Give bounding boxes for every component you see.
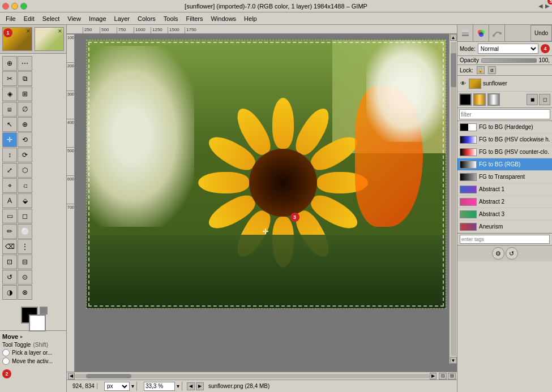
scroll-right-btn[interactable]: ▶ bbox=[430, 373, 437, 380]
zoom-tool-btn[interactable]: ↖ bbox=[2, 117, 17, 132]
move-active-radio[interactable] bbox=[2, 357, 10, 365]
sunflower-thumbnail[interactable]: 1 ✕ bbox=[2, 27, 32, 51]
panel-refresh-btn[interactable]: ↺ bbox=[506, 247, 518, 260]
canvas-nav-btns[interactable]: ⊡ ⊟ bbox=[439, 373, 456, 380]
menu-tools[interactable]: Tools bbox=[160, 14, 182, 23]
rotate-tool-btn[interactable]: ⟳ bbox=[18, 148, 32, 162]
ellipse-select-tool-btn[interactable]: ⋯ bbox=[18, 56, 32, 71]
desaturate-tool-btn[interactable]: ⊗ bbox=[18, 285, 32, 300]
scrollbar-horizontal[interactable]: ◀ ▶ ⊡ ⊟ bbox=[67, 372, 457, 380]
menu-colors[interactable]: Colors bbox=[134, 14, 159, 23]
paths-tool-btn[interactable]: ∅ bbox=[18, 102, 32, 117]
close-button[interactable] bbox=[2, 3, 9, 10]
layers-tab-btn[interactable] bbox=[457, 25, 473, 41]
menu-edit[interactable]: Edit bbox=[20, 14, 38, 23]
blend-tool-btn[interactable]: ◻ bbox=[18, 209, 32, 223]
gradient-fgtobg-hsv-cw[interactable]: FG to BG (HSV clockwise h... bbox=[457, 133, 552, 146]
nav-arrows[interactable]: ◀ ▶ bbox=[187, 382, 204, 390]
menu-layer[interactable]: Layer bbox=[111, 14, 134, 23]
unit-select[interactable]: px bbox=[104, 382, 130, 391]
align-tool-btn[interactable]: ⟲ bbox=[18, 132, 32, 147]
white-flowers-thumbnail[interactable]: ✕ bbox=[35, 27, 65, 51]
measure-tool-btn[interactable]: ⊕ bbox=[18, 117, 32, 132]
prev-nav-btn[interactable]: ◀ bbox=[187, 382, 195, 390]
scroll-h-track[interactable] bbox=[75, 374, 430, 378]
foreground-select-tool-btn[interactable]: ⧆ bbox=[2, 102, 17, 117]
lock-pixels-btn[interactable]: 🔒 bbox=[477, 66, 485, 74]
canvas-zoom-fit-btn[interactable]: ⊟ bbox=[448, 373, 456, 380]
opacity-slider[interactable] bbox=[481, 58, 537, 63]
scroll-up-btn[interactable]: ▲ bbox=[450, 34, 457, 41]
fuzzy-select-tool-btn[interactable]: ⧉ bbox=[18, 71, 32, 86]
paths-tab-btn[interactable] bbox=[489, 25, 505, 41]
menu-select[interactable]: Select bbox=[39, 14, 63, 23]
ink-tool-btn[interactable]: ⊡ bbox=[2, 255, 17, 269]
background-color[interactable] bbox=[29, 315, 46, 331]
scrollbar-vertical[interactable]: ▲ ▼ bbox=[449, 34, 457, 364]
blend-mode-select[interactable]: Normal Multiply Screen Overlay bbox=[478, 44, 538, 54]
tags-input[interactable] bbox=[460, 235, 550, 244]
gradient-filter-input[interactable] bbox=[459, 109, 550, 119]
scale-tool-btn[interactable]: ⤢ bbox=[2, 163, 17, 178]
gradient-golden-swatch[interactable] bbox=[473, 93, 486, 106]
menu-view[interactable]: View bbox=[64, 14, 84, 23]
maximize-button[interactable] bbox=[20, 3, 27, 10]
flip-tool-btn[interactable]: ⟤ bbox=[18, 178, 32, 193]
scissors-select-tool-btn[interactable]: ⊞ bbox=[18, 87, 32, 101]
rectangle-select-tool-btn[interactable]: ⊕ bbox=[2, 56, 17, 71]
menu-help[interactable]: Help bbox=[241, 14, 260, 23]
eraser-tool-btn[interactable]: ⌫ bbox=[2, 239, 17, 254]
channels-tab-btn[interactable] bbox=[473, 25, 489, 41]
menu-filters[interactable]: Filters bbox=[183, 14, 207, 23]
clone-tool-btn[interactable]: ↺ bbox=[2, 270, 17, 285]
gradient-aneurism[interactable]: Aneurism bbox=[457, 221, 552, 233]
gradient-btn-1[interactable]: ◼ bbox=[527, 94, 538, 105]
lock-alpha-btn[interactable]: α bbox=[488, 66, 496, 74]
canvas-wrapper[interactable]: ✛ 3 ▲ ▼ bbox=[75, 34, 457, 372]
undo-button[interactable]: Undo bbox=[530, 25, 552, 41]
text-tool-btn[interactable]: A bbox=[2, 193, 17, 208]
zoom-input[interactable] bbox=[144, 382, 175, 391]
menu-windows[interactable]: Windows bbox=[207, 14, 239, 23]
close-white-tab[interactable]: ✕ bbox=[58, 28, 62, 34]
next-nav-btn[interactable]: ▶ bbox=[196, 382, 204, 390]
gradient-abstract3[interactable]: Abstract 3 bbox=[457, 208, 552, 221]
perspective-tool-btn[interactable]: ⌖ bbox=[2, 178, 17, 193]
layer-sunflower[interactable]: 👁 sunflower bbox=[457, 76, 552, 92]
free-select-tool-btn[interactable]: ✂ bbox=[2, 71, 17, 86]
gradient-abstract2[interactable]: Abstract 2 bbox=[457, 196, 552, 208]
gradient-fgtobg-rgb[interactable]: FG to BG (RGB) bbox=[457, 158, 552, 171]
canvas-image[interactable]: ✛ 3 bbox=[86, 40, 446, 309]
menu-file[interactable]: File bbox=[2, 14, 19, 23]
paintbrush-tool-btn[interactable]: ⚪ bbox=[18, 224, 32, 239]
scroll-left-btn[interactable]: ◀ bbox=[68, 373, 75, 380]
color-picker-tool-btn[interactable]: ⬙ bbox=[18, 193, 32, 208]
gradient-fgtobg-hsv-cc[interactable]: FG to BG (HSV counter-clo... bbox=[457, 146, 552, 158]
airbrush-tool-btn[interactable]: ⋮ bbox=[18, 239, 32, 254]
bucket-fill-tool-btn[interactable]: ▭ bbox=[2, 209, 17, 223]
menu-image[interactable]: Image bbox=[85, 14, 110, 23]
layer-visibility-eye[interactable]: 👁 bbox=[459, 80, 467, 88]
dodge-burn-tool-btn[interactable]: ◑ bbox=[2, 285, 17, 300]
minimize-button[interactable] bbox=[11, 3, 18, 10]
gradient-black-swatch[interactable] bbox=[459, 93, 472, 106]
smudge-tool-btn[interactable]: ⊙ bbox=[18, 270, 32, 285]
title-controls[interactable]: ◀ ▶ bbox=[538, 3, 550, 9]
window-controls[interactable] bbox=[2, 3, 27, 10]
badge-5-container[interactable]: ◻ 5 bbox=[539, 94, 550, 105]
scroll-h-thumb[interactable] bbox=[86, 374, 131, 378]
move-tool-btn[interactable]: ✛ bbox=[2, 132, 17, 147]
shear-tool-btn[interactable]: ⬡ bbox=[18, 163, 32, 178]
prev-window-icon[interactable]: ◀ bbox=[538, 3, 543, 9]
quick-mask-icon[interactable] bbox=[40, 307, 48, 315]
scroll-v-thumb[interactable] bbox=[451, 53, 456, 87]
scroll-down-btn[interactable]: ▼ bbox=[450, 357, 457, 364]
select-by-color-tool-btn[interactable]: ◈ bbox=[2, 87, 17, 101]
heal-tool-btn[interactable]: ⊟ bbox=[18, 255, 32, 269]
scroll-v-track[interactable] bbox=[451, 42, 456, 356]
gradient-fgtobg-hardedge[interactable]: FG to BG (Hardedge) bbox=[457, 121, 552, 133]
close-sunflower-tab[interactable]: ✕ bbox=[26, 28, 31, 34]
gradient-abstract1[interactable]: Abstract 1 bbox=[457, 183, 552, 196]
panel-settings-btn[interactable]: ⚙ bbox=[492, 247, 504, 260]
pick-layer-radio[interactable] bbox=[2, 349, 10, 356]
